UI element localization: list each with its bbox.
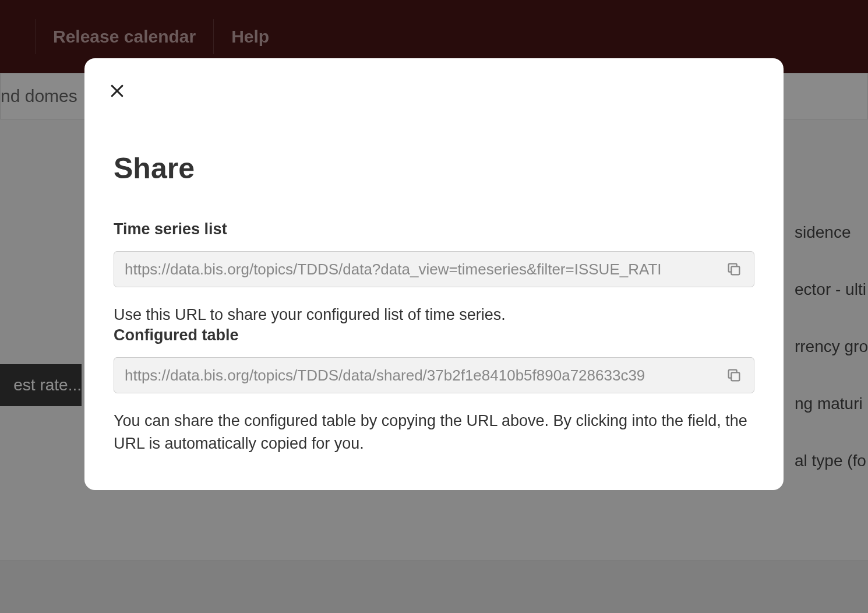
timeseries-url-field[interactable]	[114, 251, 754, 287]
svg-rect-3	[731, 372, 739, 381]
copy-icon	[726, 367, 742, 383]
copy-timeseries-button[interactable]	[725, 260, 743, 279]
timeseries-label: Time series list	[114, 220, 754, 238]
share-modal: Share Time series list Use this URL to s…	[84, 58, 784, 490]
copy-table-button[interactable]	[725, 366, 743, 385]
modal-title: Share	[114, 152, 754, 185]
timeseries-help: Use this URL to share your configured li…	[114, 304, 754, 326]
table-help: You can share the configured table by co…	[114, 410, 754, 455]
table-url-input[interactable]	[125, 367, 718, 385]
close-button[interactable]	[107, 80, 128, 101]
modal-overlay[interactable]: Share Time series list Use this URL to s…	[0, 0, 868, 613]
close-icon	[108, 82, 126, 100]
copy-icon	[726, 261, 742, 277]
timeseries-url-input[interactable]	[125, 260, 718, 279]
table-url-field[interactable]	[114, 357, 754, 393]
section-table: Configured table You can share the confi…	[114, 326, 754, 455]
section-timeseries: Time series list Use this URL to share y…	[114, 220, 754, 326]
svg-rect-2	[731, 266, 739, 274]
table-label: Configured table	[114, 326, 754, 344]
